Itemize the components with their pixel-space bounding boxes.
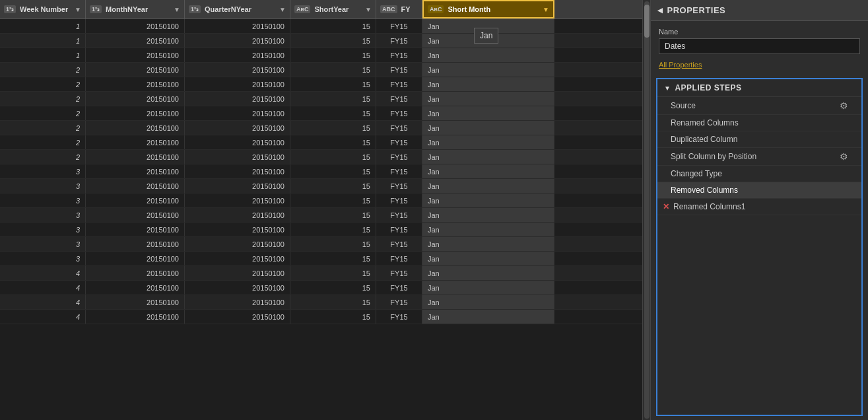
- cell-month-year: 20150100: [86, 106, 185, 120]
- cell-short-month: Jan: [422, 252, 554, 265]
- cell-fy: FY15: [376, 77, 422, 91]
- dropdown-arrow-short-month[interactable]: ▼: [543, 6, 549, 13]
- name-input[interactable]: [659, 38, 860, 54]
- cell-quarter-year: 20150100: [185, 179, 290, 193]
- cell-quarter-year: 20150100: [185, 266, 290, 280]
- cell-fy: FY15: [376, 19, 422, 33]
- step-left-changed-type: Changed Type: [671, 169, 722, 178]
- cell-short-year: 15: [290, 252, 376, 265]
- dropdown-arrow-short-year[interactable]: ▼: [365, 6, 372, 13]
- col-label-month-year: MonthNYear: [106, 5, 148, 13]
- cell-month-year: 20150100: [86, 164, 185, 178]
- cell-fy: FY15: [376, 208, 422, 222]
- step-item-split-column-by-position[interactable]: Split Column by Position⚙: [657, 148, 861, 166]
- name-section: Name: [651, 21, 868, 58]
- cell-row-num: 4: [0, 266, 86, 280]
- col-label-quarter-year: QuarterNYear: [205, 5, 251, 13]
- step-item-renamed-columns[interactable]: Renamed Columns: [657, 115, 861, 131]
- cell-row-num: 1: [0, 19, 86, 33]
- cell-short-month: Jan: [422, 106, 554, 120]
- cell-short-year: 15: [290, 266, 376, 280]
- cell-row-num: 2: [0, 121, 86, 135]
- cell-row-num: 3: [0, 208, 86, 222]
- table-row: 4201501002015010015FY15Jan: [0, 310, 642, 324]
- col-header-quarter-year[interactable]: 1²₃ QuarterNYear ▼: [185, 0, 290, 18]
- step-left-removed-columns: Removed Columns: [671, 186, 738, 195]
- step-left-duplicated-column: Duplicated Column: [671, 135, 737, 144]
- cell-quarter-year: 20150100: [185, 150, 290, 164]
- col-header-fy[interactable]: ABC FY: [376, 0, 422, 18]
- cell-fy: FY15: [376, 266, 422, 280]
- cell-short-year: 15: [290, 208, 376, 222]
- scrollbar-thumb[interactable]: [644, 5, 650, 38]
- step-item-removed-columns[interactable]: Removed Columns: [657, 182, 861, 199]
- col-header-short-month[interactable]: ABC Short Month ▼: [422, 0, 554, 18]
- dropdown-arrow-quarter-year[interactable]: ▼: [279, 6, 286, 13]
- cell-month-year: 20150100: [86, 121, 185, 135]
- all-properties-link[interactable]: All Properties: [651, 58, 868, 74]
- cell-quarter-year: 20150100: [185, 237, 290, 251]
- table-body[interactable]: 1201501002015010015FY15Jan12015010020150…: [0, 19, 642, 420]
- cell-short-year: 15: [290, 223, 376, 236]
- cell-quarter-year: 20150100: [185, 164, 290, 178]
- cell-row-num: 2: [0, 135, 86, 149]
- cell-quarter-year: 20150100: [185, 252, 290, 265]
- cell-short-year: 15: [290, 281, 376, 295]
- cell-fy: FY15: [376, 63, 422, 77]
- step-left-split-column-by-position: Split Column by Position: [671, 152, 756, 161]
- dropdown-arrow-month-year[interactable]: ▼: [174, 6, 180, 13]
- autocomplete-text: Jan: [480, 31, 492, 40]
- table-area: 1²₃ Week Number ▼ 1²₃ MonthNYear ▼ 1²₃ Q…: [0, 0, 642, 420]
- cell-month-year: 20150100: [86, 295, 185, 309]
- cell-short-month: Jan: [422, 135, 554, 149]
- table-row: 2201501002015010015FY15Jan: [0, 106, 642, 121]
- step-item-changed-type[interactable]: Changed Type: [657, 166, 861, 182]
- gear-icon-split-column-by-position[interactable]: ⚙: [840, 151, 848, 162]
- cell-fy: FY15: [376, 281, 422, 295]
- properties-title: PROPERTIES: [667, 5, 726, 15]
- step-item-duplicated-column[interactable]: Duplicated Column: [657, 131, 861, 148]
- table-row: 4201501002015010015FY15Jan: [0, 266, 642, 281]
- cell-month-year: 20150100: [86, 281, 185, 295]
- cell-row-num: 2: [0, 92, 86, 106]
- cell-short-year: 15: [290, 121, 376, 135]
- cell-short-year: 15: [290, 237, 376, 251]
- step-item-source[interactable]: Source⚙: [657, 97, 861, 115]
- col-label-fy: FY: [401, 5, 411, 13]
- cell-short-year: 15: [290, 135, 376, 149]
- cell-row-num: 3: [0, 179, 86, 193]
- cell-month-year: 20150100: [86, 193, 185, 207]
- gear-icon-source[interactable]: ⚙: [840, 100, 848, 111]
- cell-month-year: 20150100: [86, 34, 185, 48]
- cell-fy: FY15: [376, 223, 422, 236]
- cell-short-month: Jan: [422, 150, 554, 164]
- vertical-scrollbar[interactable]: [642, 0, 650, 420]
- type-badge-month-year: 1²₃: [90, 5, 102, 13]
- table-row: 3201501002015010015FY15Jan: [0, 208, 642, 223]
- step-label-source: Source: [671, 101, 696, 110]
- step-label-renamed-columns1: Renamed Columns1: [673, 202, 745, 211]
- cell-fy: FY15: [376, 237, 422, 251]
- col-header-week-number[interactable]: 1²₃ Week Number ▼: [0, 0, 86, 18]
- table-row: 1201501002015010015FY15Jan: [0, 34, 642, 48]
- table-row: 3201501002015010015FY15Jan: [0, 252, 642, 266]
- cell-quarter-year: 20150100: [185, 34, 290, 48]
- cell-short-year: 15: [290, 48, 376, 62]
- cell-month-year: 20150100: [86, 179, 185, 193]
- cell-fy: FY15: [376, 252, 422, 265]
- col-header-short-year[interactable]: ABC ShortYear ▼: [290, 0, 376, 18]
- cell-fy: FY15: [376, 150, 422, 164]
- step-left-source: Source: [671, 101, 696, 110]
- cell-row-num: 3: [0, 252, 86, 265]
- applied-steps-triangle-icon: ▼: [664, 85, 671, 92]
- col-header-month-year[interactable]: 1²₃ MonthNYear ▼: [86, 0, 185, 18]
- cell-fy: FY15: [376, 106, 422, 120]
- cell-short-year: 15: [290, 19, 376, 33]
- step-item-renamed-columns1[interactable]: ✕Renamed Columns1: [657, 199, 861, 215]
- col-label-short-year: ShortYear: [314, 5, 349, 13]
- table-row: 2201501002015010015FY15Jan: [0, 150, 642, 164]
- table-row: 1201501002015010015FY15Jan: [0, 19, 642, 34]
- cell-fy: FY15: [376, 310, 422, 324]
- dropdown-arrow-week-number[interactable]: ▼: [75, 6, 81, 13]
- cell-short-year: 15: [290, 150, 376, 164]
